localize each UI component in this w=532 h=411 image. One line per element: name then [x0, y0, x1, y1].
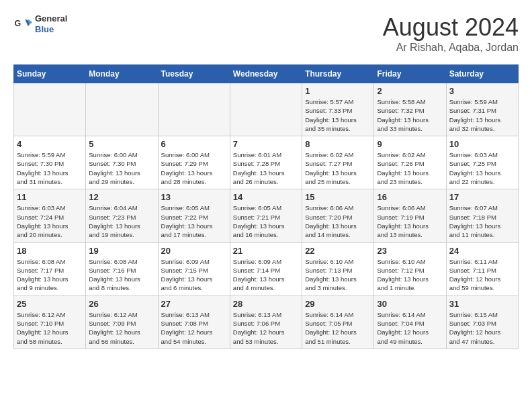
day-info: Sunrise: 6:01 AM Sunset: 7:28 PM Dayligh…: [233, 150, 299, 186]
day-info: Sunrise: 6:14 AM Sunset: 7:05 PM Dayligh…: [305, 310, 371, 346]
day-info: Sunrise: 5:59 AM Sunset: 7:31 PM Dayligh…: [449, 97, 515, 133]
day-number: 17: [449, 192, 515, 202]
calendar-cell: 23Sunrise: 6:10 AM Sunset: 7:12 PM Dayli…: [374, 242, 446, 295]
day-info: Sunrise: 6:12 AM Sunset: 7:09 PM Dayligh…: [89, 310, 154, 346]
calendar-cell: 14Sunrise: 6:05 AM Sunset: 7:21 PM Dayli…: [230, 189, 302, 242]
week-row-5: 25Sunrise: 6:12 AM Sunset: 7:10 PM Dayli…: [14, 295, 519, 349]
day-number: 14: [233, 192, 299, 202]
day-number: 30: [377, 299, 443, 309]
day-info: Sunrise: 6:08 AM Sunset: 7:16 PM Dayligh…: [89, 257, 154, 293]
page-subtitle: Ar Rishah, Aqaba, Jordan: [383, 42, 519, 54]
header-tuesday: Tuesday: [158, 65, 230, 83]
day-info: Sunrise: 6:05 AM Sunset: 7:22 PM Dayligh…: [161, 203, 227, 239]
header-wednesday: Wednesday: [230, 65, 302, 83]
day-number: 16: [377, 192, 443, 202]
calendar-cell: 27Sunrise: 6:13 AM Sunset: 7:08 PM Dayli…: [158, 295, 230, 349]
day-info: Sunrise: 5:58 AM Sunset: 7:32 PM Dayligh…: [377, 97, 443, 133]
day-number: 9: [377, 139, 443, 149]
day-number: 1: [305, 86, 371, 96]
day-info: Sunrise: 6:15 AM Sunset: 7:03 PM Dayligh…: [449, 310, 515, 346]
logo-general: General: [35, 13, 67, 24]
calendar-cell: 13Sunrise: 6:05 AM Sunset: 7:22 PM Dayli…: [158, 189, 230, 242]
calendar-cell: 11Sunrise: 6:03 AM Sunset: 7:24 PM Dayli…: [14, 189, 86, 242]
logo-text: General Blue: [35, 13, 67, 34]
day-number: 31: [449, 299, 515, 309]
calendar-cell: 4Sunrise: 5:59 AM Sunset: 7:30 PM Daylig…: [14, 136, 86, 189]
day-info: Sunrise: 5:57 AM Sunset: 7:33 PM Dayligh…: [305, 97, 371, 133]
calendar-cell: 17Sunrise: 6:07 AM Sunset: 7:18 PM Dayli…: [446, 189, 518, 242]
day-info: Sunrise: 6:00 AM Sunset: 7:30 PM Dayligh…: [89, 150, 154, 186]
calendar-cell: 30Sunrise: 6:14 AM Sunset: 7:04 PM Dayli…: [374, 295, 446, 349]
title-block: August 2024 Ar Rishah, Aqaba, Jordan: [383, 13, 519, 54]
day-info: Sunrise: 6:07 AM Sunset: 7:18 PM Dayligh…: [449, 203, 515, 239]
day-number: 12: [89, 192, 154, 202]
day-number: 29: [305, 299, 371, 309]
day-info: Sunrise: 6:14 AM Sunset: 7:04 PM Dayligh…: [377, 310, 443, 346]
day-info: Sunrise: 6:09 AM Sunset: 7:15 PM Dayligh…: [161, 257, 227, 293]
day-info: Sunrise: 6:03 AM Sunset: 7:24 PM Dayligh…: [17, 203, 83, 239]
day-number: 15: [305, 192, 371, 202]
page-header: G General Blue August 2024 Ar Rishah, Aq…: [13, 13, 519, 54]
day-info: Sunrise: 6:08 AM Sunset: 7:17 PM Dayligh…: [17, 257, 83, 293]
calendar-cell: 5Sunrise: 6:00 AM Sunset: 7:30 PM Daylig…: [86, 136, 158, 189]
calendar-cell: 9Sunrise: 6:02 AM Sunset: 7:26 PM Daylig…: [374, 136, 446, 189]
day-info: Sunrise: 5:59 AM Sunset: 7:30 PM Dayligh…: [17, 150, 83, 186]
day-info: Sunrise: 6:04 AM Sunset: 7:23 PM Dayligh…: [89, 203, 154, 239]
calendar-cell: 6Sunrise: 6:00 AM Sunset: 7:29 PM Daylig…: [158, 136, 230, 189]
day-number: 8: [305, 139, 371, 149]
day-info: Sunrise: 6:09 AM Sunset: 7:14 PM Dayligh…: [233, 257, 299, 293]
calendar-cell: 21Sunrise: 6:09 AM Sunset: 7:14 PM Dayli…: [230, 242, 302, 295]
calendar-cell: 16Sunrise: 6:06 AM Sunset: 7:19 PM Dayli…: [374, 189, 446, 242]
page-title: August 2024: [383, 13, 519, 42]
calendar-cell: [14, 83, 86, 136]
day-info: Sunrise: 6:12 AM Sunset: 7:10 PM Dayligh…: [17, 310, 83, 346]
day-number: 18: [17, 246, 83, 256]
calendar-cell: 20Sunrise: 6:09 AM Sunset: 7:15 PM Dayli…: [158, 242, 230, 295]
header-saturday: Saturday: [446, 65, 518, 83]
day-number: 23: [377, 246, 443, 256]
day-info: Sunrise: 6:06 AM Sunset: 7:20 PM Dayligh…: [305, 203, 371, 239]
day-info: Sunrise: 6:02 AM Sunset: 7:27 PM Dayligh…: [305, 150, 371, 186]
day-info: Sunrise: 6:06 AM Sunset: 7:19 PM Dayligh…: [377, 203, 443, 239]
day-info: Sunrise: 6:03 AM Sunset: 7:25 PM Dayligh…: [449, 150, 515, 186]
calendar-header-row: SundayMondayTuesdayWednesdayThursdayFrid…: [14, 65, 519, 83]
week-row-3: 11Sunrise: 6:03 AM Sunset: 7:24 PM Dayli…: [14, 189, 519, 242]
calendar-cell: 29Sunrise: 6:14 AM Sunset: 7:05 PM Dayli…: [302, 295, 374, 349]
week-row-2: 4Sunrise: 5:59 AM Sunset: 7:30 PM Daylig…: [14, 136, 519, 189]
day-number: 13: [161, 192, 227, 202]
day-info: Sunrise: 6:05 AM Sunset: 7:21 PM Dayligh…: [233, 203, 299, 239]
day-number: 3: [449, 86, 515, 96]
logo-icon: G: [13, 15, 32, 34]
calendar-cell: 2Sunrise: 5:58 AM Sunset: 7:32 PM Daylig…: [374, 83, 446, 136]
calendar-cell: 12Sunrise: 6:04 AM Sunset: 7:23 PM Dayli…: [86, 189, 158, 242]
calendar-cell: 24Sunrise: 6:11 AM Sunset: 7:11 PM Dayli…: [446, 242, 518, 295]
calendar-cell: 19Sunrise: 6:08 AM Sunset: 7:16 PM Dayli…: [86, 242, 158, 295]
day-number: 27: [161, 299, 227, 309]
day-number: 21: [233, 246, 299, 256]
calendar-cell: 28Sunrise: 6:13 AM Sunset: 7:06 PM Dayli…: [230, 295, 302, 349]
day-number: 26: [89, 299, 154, 309]
calendar-cell: 25Sunrise: 6:12 AM Sunset: 7:10 PM Dayli…: [14, 295, 86, 349]
calendar-cell: 7Sunrise: 6:01 AM Sunset: 7:28 PM Daylig…: [230, 136, 302, 189]
day-number: 2: [377, 86, 443, 96]
day-number: 22: [305, 246, 371, 256]
day-number: 11: [17, 192, 83, 202]
day-number: 7: [233, 139, 299, 149]
week-row-4: 18Sunrise: 6:08 AM Sunset: 7:17 PM Dayli…: [14, 242, 519, 295]
calendar-cell: [158, 83, 230, 136]
calendar-cell: 8Sunrise: 6:02 AM Sunset: 7:27 PM Daylig…: [302, 136, 374, 189]
header-sunday: Sunday: [14, 65, 86, 83]
day-number: 5: [89, 139, 154, 149]
calendar-cell: [86, 83, 158, 136]
day-number: 6: [161, 139, 227, 149]
week-row-1: 1Sunrise: 5:57 AM Sunset: 7:33 PM Daylig…: [14, 83, 519, 136]
day-info: Sunrise: 6:00 AM Sunset: 7:29 PM Dayligh…: [161, 150, 227, 186]
calendar-cell: 10Sunrise: 6:03 AM Sunset: 7:25 PM Dayli…: [446, 136, 518, 189]
calendar-cell: 18Sunrise: 6:08 AM Sunset: 7:17 PM Dayli…: [14, 242, 86, 295]
calendar-cell: 1Sunrise: 5:57 AM Sunset: 7:33 PM Daylig…: [302, 83, 374, 136]
day-number: 24: [449, 246, 515, 256]
svg-text:G: G: [15, 19, 21, 28]
logo-blue: Blue: [35, 24, 67, 35]
calendar-cell: [230, 83, 302, 136]
calendar-cell: 15Sunrise: 6:06 AM Sunset: 7:20 PM Dayli…: [302, 189, 374, 242]
